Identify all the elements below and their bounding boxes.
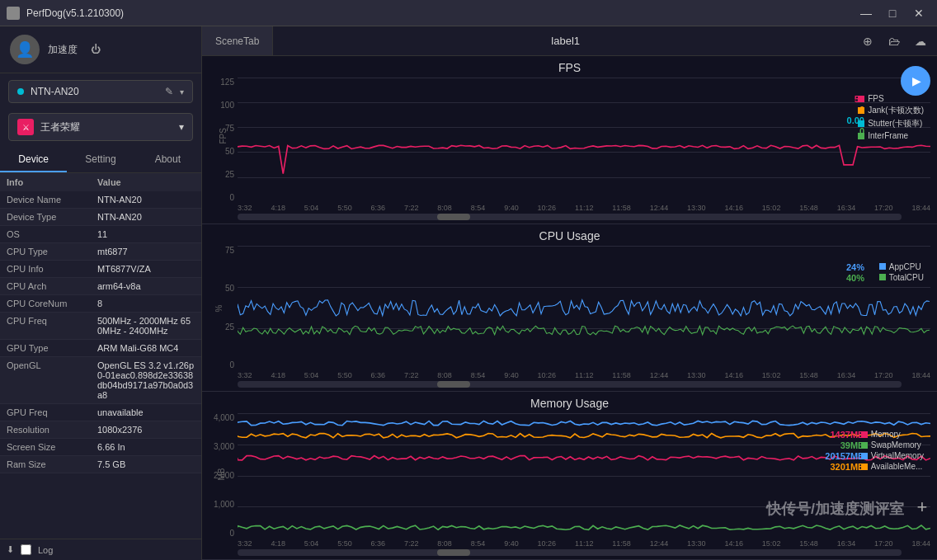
tab-about[interactable]: About: [134, 148, 201, 172]
main-container: 👤 加速度 ⏻ NTN-AN20 ✎ ▾ ⚔ 王者荣耀 ▾ Device Set…: [0, 26, 937, 560]
minimize-button[interactable]: —: [855, 5, 878, 21]
titlebar: PerfDog(v5.1.210300) — □ ✕: [0, 0, 937, 26]
legend-label: AppCPU: [889, 262, 921, 271]
info-row: GPU TypeARM Mali-G68 MC4: [0, 340, 201, 357]
info-label: OS: [7, 229, 97, 239]
x-axis-label: 3:32: [238, 539, 252, 548]
device-edit-icon[interactable]: ✎: [165, 86, 173, 97]
x-axis-label: 3:32: [238, 204, 252, 212]
chart-body-cpu: 24%40%AppCPUTotalCPU: [238, 246, 930, 370]
tab-device[interactable]: Device: [0, 148, 67, 172]
chart-content-fps: 1251007550250FPS5900.000FPSJank(卡顿次数)Stu…: [209, 78, 930, 202]
x-axis-label: 8:54: [471, 371, 486, 379]
app-title: PerfDog(v5.1.210300): [26, 7, 124, 19]
y-axis-label: 75: [225, 246, 234, 255]
x-axis-label: 16:34: [837, 371, 856, 379]
x-axis-label: 18:44: [911, 371, 930, 379]
device-name: NTN-AN20: [31, 86, 158, 97]
x-axis-label: 11:58: [612, 371, 631, 379]
info-row: Resolution1080x2376: [0, 421, 201, 439]
x-axis-label: 13:30: [687, 371, 706, 379]
folder-icon[interactable]: 🗁: [884, 31, 904, 51]
legend-label: InterFrame: [868, 131, 908, 140]
legend-item: Stutter(卡顿率): [858, 118, 924, 129]
legend-label: SwapMemory: [871, 440, 921, 449]
y-axis-label: 100: [220, 101, 234, 110]
chart-scrollbar-fps[interactable]: [238, 214, 902, 220]
x-axis-label: 5:50: [337, 204, 352, 212]
x-axis-label: 8:54: [471, 204, 486, 212]
y-axis-label: 0: [229, 193, 234, 202]
info-value: MT6877V/ZA: [97, 264, 151, 274]
y-axis-unit-memory: MB: [217, 468, 226, 480]
info-label: Ram Size: [7, 459, 97, 469]
chart-body-memory: 1437MB39MB20157MB3201MBMemorySwapMemoryV…: [238, 413, 930, 538]
cloud-icon[interactable]: ☁: [911, 31, 930, 51]
tab-setting[interactable]: Setting: [67, 148, 134, 172]
x-axis-label: 15:02: [762, 204, 781, 212]
legend-color-dot: [879, 263, 886, 270]
info-row: Device NameNTN-AN20: [0, 191, 201, 209]
legend-item: TotalCPU: [879, 273, 924, 282]
info-label: Device Type: [7, 212, 97, 222]
chart-value: 1437MB: [830, 430, 864, 440]
x-axis-label: 12:44: [650, 204, 669, 212]
scene-tab[interactable]: SceneTab: [202, 26, 273, 55]
y-axis-label: 125: [220, 78, 234, 87]
maximize-button[interactable]: □: [881, 5, 904, 21]
x-axis-label: 15:48: [799, 204, 818, 212]
x-axis-label: 5:04: [304, 204, 319, 212]
chart-scrollbar-cpu[interactable]: [238, 381, 902, 388]
info-value: mt6877: [97, 247, 128, 256]
info-table: Info Value Device NameNTN-AN20Device Typ…: [0, 173, 201, 539]
info-label: Resolution: [7, 425, 97, 435]
titlebar-controls[interactable]: — □ ✕: [855, 5, 930, 21]
chart-section-fps: FPS1251007550250FPS5900.000FPSJank(卡顿次数)…: [202, 56, 937, 224]
x-axis-label: 5:50: [337, 539, 352, 548]
chart-title-memory: Memory Usage: [209, 397, 930, 410]
x-axis-label: 4:18: [271, 539, 285, 548]
app-arrow-icon[interactable]: ▾: [179, 121, 184, 133]
device-selector[interactable]: NTN-AN20 ✎ ▾: [8, 80, 193, 103]
info-value: NTN-AN20: [97, 195, 142, 205]
app-selector[interactable]: ⚔ 王者荣耀 ▾: [8, 113, 193, 141]
log-checkbox[interactable]: [21, 544, 31, 555]
x-axis-label: 17:20: [874, 371, 893, 379]
info-value: unavailable: [97, 407, 144, 417]
info-label: GPU Freq: [7, 407, 97, 417]
x-axis-label: 16:34: [837, 539, 856, 548]
add-chart-button[interactable]: +: [911, 496, 934, 519]
location-icon[interactable]: ⊕: [858, 31, 878, 51]
legend-label: Memory: [871, 430, 901, 439]
legend-label: FPS: [868, 94, 883, 103]
chart-value: 40%: [846, 273, 864, 283]
info-row: GPU Frequnavailable: [0, 404, 201, 421]
info-value: arm64-v8a: [97, 281, 141, 291]
titlebar-left: PerfDog(v5.1.210300): [7, 7, 124, 20]
info-value: 11: [97, 229, 107, 239]
info-value: ARM Mali-G68 MC4: [97, 343, 178, 353]
x-axis-label: 8:08: [437, 204, 452, 212]
x-axis-label: 4:18: [271, 371, 285, 379]
chart-section-memory: Memory Usage4,0003,0002,0001,0000MB1437M…: [202, 392, 937, 560]
x-axis-label: 13:30: [687, 204, 706, 212]
close-button[interactable]: ✕: [907, 5, 930, 21]
tab-bar: Device Setting About: [0, 148, 201, 173]
app-game-icon: ⚔: [17, 119, 34, 135]
chart-values-memory: 1437MB39MB20157MB3201MB: [825, 430, 864, 472]
legend-color-dot: [858, 133, 864, 139]
info-row: CPU Archarm64-v8a: [0, 278, 201, 295]
x-axis-label: 14:16: [724, 539, 743, 548]
x-axis-label: 3:32: [238, 371, 252, 379]
device-arrow-icon[interactable]: ▾: [180, 87, 184, 96]
power-icon[interactable]: ⏻: [91, 44, 101, 55]
legend-color-dot: [858, 96, 864, 102]
bottom-bar: ⬇ Log: [0, 539, 201, 560]
x-axis-label: 6:36: [371, 371, 386, 379]
info-label: CPU Freq: [7, 316, 97, 336]
col-info-header: Info: [7, 177, 97, 187]
chart-scrollbar-memory[interactable]: [238, 549, 902, 556]
chart-value: 24%: [846, 262, 864, 272]
play-button[interactable]: [901, 66, 930, 96]
download-icon[interactable]: ⬇: [7, 544, 14, 555]
